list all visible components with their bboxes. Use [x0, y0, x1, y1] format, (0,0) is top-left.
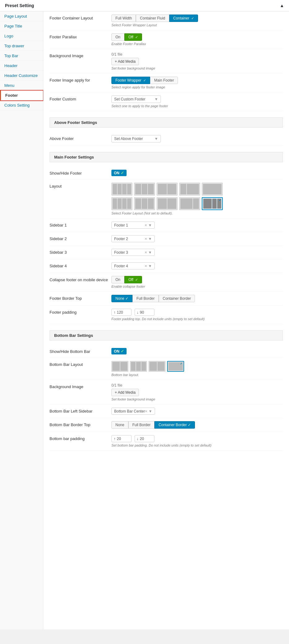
bottom-layout-option-0[interactable]	[111, 361, 128, 372]
sidebar3-select[interactable]: Footer 3 × ▼	[111, 249, 155, 256]
show-footer-on-badge[interactable]: ON ✓	[111, 170, 127, 176]
above-footer-label: Above Footer	[50, 135, 111, 141]
btn-main-footer[interactable]: Main Footer	[150, 77, 178, 84]
bottom-bar-sidebar-clear-icon[interactable]: ×	[145, 409, 147, 413]
btn-full-width[interactable]: Full Width	[111, 15, 136, 22]
sidebar2-label: Sidebar 2	[50, 235, 111, 241]
sidebar1-row: Sidebar 1 Footer 1 × ▼	[50, 218, 283, 232]
sidebar1-select[interactable]: Footer 1 × ▼	[111, 222, 155, 229]
sidebar-item-top-bar[interactable]: Top Bar	[0, 51, 43, 61]
sidebar-item-page-title[interactable]: Page Title	[0, 21, 43, 31]
bottom-bar-padding-row: Bottom bar padding ↑ 20 ↓ 20 Set bottom …	[50, 432, 283, 451]
main-footer-section-header: Main Footer Settings	[50, 152, 283, 162]
layout-option-6[interactable]	[134, 197, 155, 210]
sidebar-item-colors-setting[interactable]: Colors Setting	[0, 100, 43, 110]
sidebar4-label: Sidebar 4	[50, 262, 111, 268]
sidebar1-arrow-icon: ▼	[148, 223, 152, 227]
bottom-bar-bg-image-row: Background Image 0/1 file + Add Media Se…	[50, 380, 283, 405]
bottom-bar-add-media-button[interactable]: + Add Media	[111, 389, 139, 396]
bottom-bar-left-sidebar-control: Bottom Bar Center × ▼	[111, 408, 283, 415]
sidebar: Page Layout Page Title Logo Top drawer T…	[0, 11, 43, 629]
btn-collapse-off[interactable]: Off ✓	[124, 276, 142, 283]
bb-arrow-up-icon: ↑	[114, 436, 116, 441]
btn-bb-full-border[interactable]: Full Border	[128, 421, 155, 429]
footer-container-layout-row: Footer Container Layout Full Width Conta…	[50, 11, 283, 30]
footer-padding-control: ↑ 120 ↓ 90 Footer padding top. Do not in…	[111, 309, 283, 321]
background-image-row: Background Image 0/1 file + Add Media Se…	[50, 49, 283, 74]
btn-bb-border-none[interactable]: None	[111, 421, 128, 429]
show-hide-bottom-bar-control: ON ✓	[111, 348, 283, 354]
bottom-layout-option-1[interactable]	[130, 361, 147, 372]
btn-parallax-off[interactable]: Off ✓	[124, 33, 142, 41]
bottom-bar-file-count: 0/1 file	[111, 383, 283, 388]
layout-option-8[interactable]	[179, 197, 200, 210]
bottom-layout-option-3[interactable]: ✓	[167, 361, 184, 372]
footer-custom-dropdown[interactable]: Set Custom Footer ▼	[111, 95, 161, 103]
sidebar2-control: Footer 2 × ▼	[111, 235, 283, 242]
btn-border-none[interactable]: None ✓	[111, 295, 132, 302]
btn-container-border[interactable]: Container Border	[159, 295, 195, 302]
bottom-bar-padding-control: ↑ 20 ↓ 20 Set bottom bar padding. Do not…	[111, 435, 283, 447]
sidebar4-clear-icon[interactable]: ×	[145, 264, 147, 268]
footer-padding-bottom-field[interactable]: 90	[140, 310, 152, 315]
bottom-bar-layout-row: Bottom Bar Layout	[50, 358, 283, 380]
footer-custom-hint: Select one to apply to the page footer	[111, 104, 283, 108]
sidebar3-arrow-icon: ▼	[148, 250, 152, 255]
bottom-bar-padding-bottom-field[interactable]: 20	[140, 437, 152, 441]
btn-bb-container-border[interactable]: Container Border ✓	[154, 421, 195, 429]
footer-custom-row: Footer Custom Set Custom Footer ▼ Select…	[50, 92, 283, 111]
show-hide-bottom-bar-label: Show/Hide Bottom Bar	[50, 348, 111, 354]
btn-container-fluid[interactable]: Container Fluid	[136, 15, 169, 22]
sidebar2-arrow-icon: ▼	[148, 237, 152, 241]
sidebar-item-footer[interactable]: Footer	[0, 91, 43, 100]
bottom-selected-check-icon: ✓	[180, 362, 183, 365]
layout-option-2[interactable]	[157, 183, 178, 196]
sidebar1-clear-icon[interactable]: ×	[145, 223, 147, 227]
above-footer-dropdown[interactable]: Set Above Footer ▼	[111, 135, 161, 142]
sidebar4-select[interactable]: Footer 4 × ▼	[111, 262, 155, 269]
footer-padding-top-field[interactable]: 120	[117, 310, 129, 315]
sidebar2-clear-icon[interactable]: ×	[145, 236, 147, 241]
bottom-layout-option-2[interactable]	[149, 361, 166, 372]
layout-option-5[interactable]	[111, 197, 132, 210]
footer-parallax-label: Footer Parallax	[50, 33, 111, 39]
sidebar3-clear-icon[interactable]: ×	[145, 250, 147, 255]
layout-option-7[interactable]	[157, 197, 178, 210]
sidebar-item-menu[interactable]: Menu	[0, 81, 43, 91]
arrow-up-icon: ↑	[114, 310, 116, 315]
sidebar-item-header-customize[interactable]: Header Customize	[0, 71, 43, 81]
layout-option-4[interactable]	[202, 183, 223, 196]
on-check-icon: ✓	[121, 171, 124, 175]
footer-parallax-control: On Off ✓ Enable Footer Parallax	[111, 33, 283, 46]
bottom-bar-border-top-row: Bottom Bar Border Top None Full Border C…	[50, 418, 283, 432]
sidebar-item-top-drawer[interactable]: Top drawer	[0, 41, 43, 51]
sidebar-item-header[interactable]: Header	[0, 61, 43, 71]
layout-option-9[interactable]: ✓	[202, 197, 223, 210]
footer-parallax-group: On Off ✓	[111, 33, 283, 41]
footer-image-apply-control: Footer Wrapper ✓ Main Footer Select regi…	[111, 77, 283, 89]
footer-parallax-row: Footer Parallax On Off ✓ Enable Footer P…	[50, 30, 283, 49]
layout-option-0[interactable]	[111, 183, 132, 196]
footer-layout-grid: ✓	[111, 183, 229, 210]
bottom-bar-left-sidebar-select[interactable]: Bottom Bar Center × ▼	[111, 408, 155, 415]
bottom-bar-padding-top-field[interactable]: 20	[117, 437, 129, 441]
collapse-icon[interactable]: ▲	[280, 3, 284, 8]
btn-full-border[interactable]: Full Border	[132, 295, 159, 302]
active-check-icon: ✓	[191, 16, 194, 20]
btn-parallax-on[interactable]: On	[111, 33, 124, 41]
sidebar2-select[interactable]: Footer 2 × ▼	[111, 235, 155, 242]
btn-container[interactable]: Container ✓	[169, 15, 198, 22]
sidebar-item-logo[interactable]: Logo	[0, 31, 43, 41]
layout-option-3[interactable]	[179, 183, 200, 196]
add-media-button[interactable]: + Add Media	[111, 58, 139, 65]
bottom-bar-left-sidebar-row: Bottom Bar Left Sidebar Bottom Bar Cente…	[50, 405, 283, 418]
btn-footer-wrapper[interactable]: Footer Wrapper ✓	[111, 77, 150, 84]
layout-option-1[interactable]	[134, 183, 155, 196]
footer-padding-inputs: ↑ 120 ↓ 90	[111, 309, 283, 316]
btn-collapse-on[interactable]: On	[111, 276, 124, 283]
page-header: Preset Setting ▲	[0, 0, 289, 11]
sidebar-item-page-layout[interactable]: Page Layout	[0, 11, 43, 21]
selected-check-icon: ✓	[219, 198, 221, 202]
show-bottom-bar-on-badge[interactable]: ON ✓	[111, 348, 127, 354]
bottom-bar-layout-label: Bottom Bar Layout	[50, 361, 111, 367]
